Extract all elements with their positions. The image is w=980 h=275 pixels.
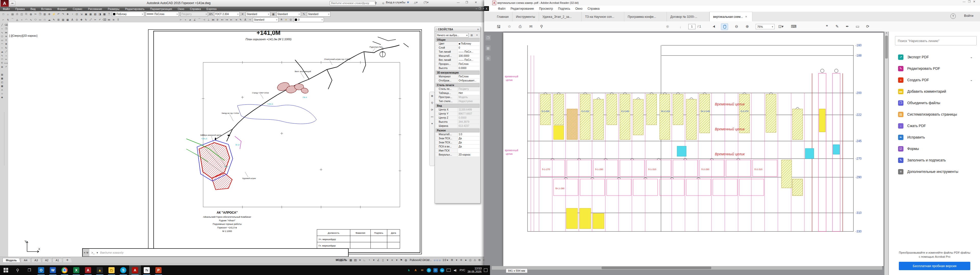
highlighter-icon[interactable]: ✒	[844, 24, 851, 30]
tab-document-active[interactable]: вертикальная схем...✕	[710, 12, 752, 21]
tools-search-input[interactable]	[895, 36, 977, 45]
acro-menu-file[interactable]: Файл	[495, 7, 508, 10]
tab-document-1[interactable]: Удачка_Этап_2_за...	[539, 12, 582, 21]
menu-dimension[interactable]: Размеры	[105, 7, 122, 10]
dim-toolbar-icon-10[interactable]: ⊶	[225, 18, 229, 22]
vertical-scrollbar[interactable]: ∧	[884, 32, 888, 275]
scroll-up-icon[interactable]: ∧	[885, 32, 888, 34]
std-toolbar-icon-4[interactable]: ◫	[20, 12, 24, 16]
selection-combobox[interactable]: Ничего не выбра...▾	[436, 33, 469, 38]
restore-button[interactable]: ❐	[466, 1, 468, 5]
zoom-out-icon[interactable]: ⊖	[733, 24, 740, 30]
modify-tool-icon-4[interactable]: ⠿	[4, 38, 8, 42]
std-toolbar-icon-9[interactable]: ▥	[43, 12, 47, 16]
modify-tool-icon-9[interactable]: ✂	[4, 57, 8, 61]
minimize-button[interactable]: —	[457, 1, 460, 5]
command-close-icon[interactable]: ✕	[83, 251, 86, 254]
draw-tool-icon-12[interactable]: ·	[0, 69, 4, 73]
tray-outlook-icon[interactable]: O	[433, 268, 438, 272]
linetype-combobox[interactable]: ПоСлою∨	[146, 12, 179, 17]
new-layout-button[interactable]: ✛	[63, 258, 72, 262]
draw-toolbar-icon-24[interactable]: ≋	[111, 18, 116, 22]
tab-tools[interactable]: Инструменты	[512, 12, 539, 21]
std-toolbar-icon-3[interactable]: ⎙	[15, 12, 19, 16]
draw-toolbar-icon-13[interactable]: ▨	[61, 18, 65, 22]
draw-toolbar-icon-22[interactable]: ⌫	[102, 18, 107, 22]
draw-toolbar-icon-0[interactable]: ⌐	[1, 18, 5, 22]
prop-row[interactable]: Стиль пе...ПоЦвету	[436, 87, 479, 91]
props-section-plotstyle[interactable]: Стиль печати	[436, 83, 479, 87]
close-button[interactable]: ✕	[475, 1, 477, 5]
start-button[interactable]	[0, 266, 12, 275]
autodesk360-icon[interactable]: ✕	[407, 1, 409, 5]
statusbar-icon-5[interactable]: ▾	[372, 258, 375, 262]
tab-close-icon[interactable]: ✕	[745, 15, 747, 18]
std-toolbar-icon-20[interactable]: ▧	[93, 12, 97, 16]
prop-row[interactable]: Масштаб...100.0000	[436, 54, 479, 58]
draw-toolbar-icon-5[interactable]: ◠	[24, 18, 28, 22]
navbar-icon-1[interactable]: ⚲	[431, 101, 433, 105]
taskbar-word[interactable]: W	[47, 266, 59, 275]
acrobat-help-icon[interactable]: ?	[950, 14, 956, 19]
dim-toolbar-icon-4[interactable]: ⌒	[197, 18, 201, 22]
statusbar-icon-4[interactable]: ◔	[367, 258, 371, 262]
tab-document-2[interactable]: ТЗ на Научное соп...	[582, 12, 624, 21]
draw-tool-icon-15[interactable]: ◰	[0, 80, 4, 84]
dim-toolbar-icon-11[interactable]: ⇤	[229, 18, 234, 22]
layer-properties-icon[interactable]: ≙	[280, 18, 283, 22]
draw-toolbar-icon-7[interactable]: ⬭	[33, 18, 38, 22]
taskbar-explorer[interactable]: 🗀	[106, 266, 118, 275]
prop-row[interactable]: Цвет■ ПоБлоку	[436, 42, 479, 46]
command-window-grip[interactable]: ✕ ⚒	[83, 249, 89, 256]
draw-tool-icon-9[interactable]: ⬭	[0, 57, 4, 61]
menu-draw[interactable]: Рисование	[85, 7, 105, 10]
h-scrollbar-thumb[interactable]	[601, 267, 711, 269]
communication-center-icon[interactable]: ◬▾	[414, 1, 417, 5]
pdf-page[interactable]: -160 -188 -200 -222 -245 -270 -290 -310 …	[503, 33, 883, 266]
tray-mail-icon[interactable]: ✉	[420, 268, 425, 272]
std-toolbar-icon-23[interactable]: ?	[107, 12, 111, 16]
viewport-controls-label[interactable]: [-][Сверху][2D-каркас]	[9, 34, 37, 37]
prop-row[interactable]: Таблица...Нет	[436, 91, 479, 95]
menu-insert[interactable]: Вставка	[38, 7, 54, 10]
std-toolbar-icon-14[interactable]: ✥	[65, 12, 70, 16]
dim-toolbar-icon-15[interactable]: ⊸	[248, 18, 252, 22]
page-thumbnails-icon[interactable]: ❐	[485, 35, 491, 41]
acro-menu-view[interactable]: Просмотр	[536, 7, 555, 10]
page-number-input[interactable]: 1	[688, 24, 695, 29]
tray-skype-icon[interactable]: S	[427, 268, 431, 272]
draw-tool-icon-3[interactable]: ⬠	[0, 34, 4, 38]
menu-express[interactable]: Express	[204, 7, 220, 10]
prop-row[interactable]: МатериалПоСлою	[436, 74, 479, 79]
layer-lock-icon[interactable]: ⊙	[289, 18, 293, 22]
prop-row[interactable]: Прозрач...ПоСлою	[436, 62, 479, 66]
draw-tool-icon-14[interactable]: ▩	[0, 76, 4, 80]
navbar-icon-4[interactable]: ▾	[431, 122, 433, 125]
statusbar-icon-9[interactable]: ≡	[390, 258, 394, 262]
std-toolbar-icon-6[interactable]: ◍	[29, 12, 33, 16]
acrobat-signin-button[interactable]: Войти	[964, 14, 974, 17]
statusbar-right-icon-6[interactable]: ⧉	[477, 258, 482, 262]
prop-row[interactable]: Тип линий—— ПоСл...	[436, 50, 479, 54]
star-icon[interactable]: ☆	[506, 24, 513, 30]
language-indicator[interactable]: РУС	[460, 269, 465, 272]
prop-row[interactable]: ПСК в ви...Да	[436, 145, 479, 149]
modify-tool-icon-5[interactable]: ✥	[4, 42, 8, 46]
help-icon[interactable]: (?)▾	[424, 1, 428, 5]
std-toolbar-icon-10[interactable]: ⊕	[47, 12, 51, 16]
menu-modify[interactable]: Редактировать	[122, 7, 147, 10]
props-section-3d[interactable]: 3D-визуализация	[436, 71, 479, 74]
signin-services-button[interactable]: Вход в службы	[386, 1, 405, 5]
command-input[interactable]: Введите команду	[100, 251, 124, 254]
draw-toolbar-icon-21[interactable]: ⌿	[98, 18, 102, 22]
prop-row[interactable]: Визуальн...2D-каркас	[436, 153, 479, 157]
std-toolbar-icon-17[interactable]: ⇲	[80, 12, 83, 16]
std-toolbar-icon-13[interactable]: ↷	[61, 12, 65, 16]
prop-row[interactable]: Вес линий—— ПоСл...	[436, 58, 479, 62]
rotate-icon[interactable]: ⟳	[864, 24, 871, 30]
zoom-in-icon[interactable]: ⊕	[744, 24, 751, 30]
action-center-icon[interactable]	[484, 269, 487, 272]
tab-layout-0[interactable]: А4	[21, 258, 30, 262]
draw-tool-icon-13[interactable]: ▨	[0, 73, 4, 76]
std-toolbar-icon-1[interactable]: ⌂	[6, 12, 10, 16]
